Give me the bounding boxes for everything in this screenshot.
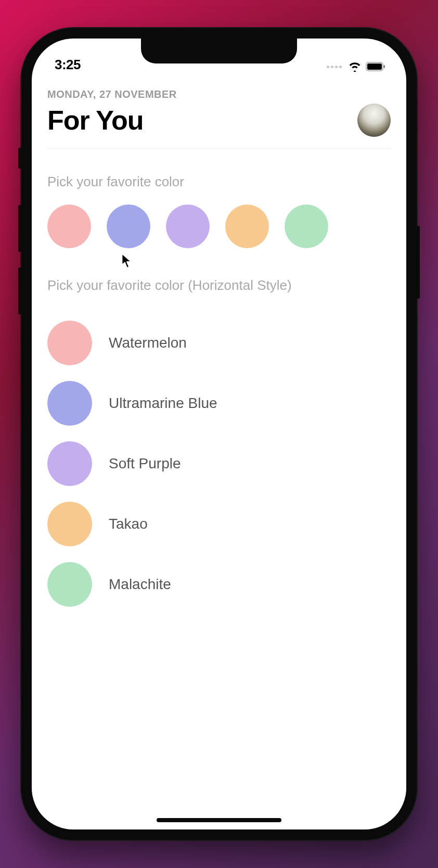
swatch-takao[interactable] (225, 205, 269, 248)
screen: 3:25 MON (32, 39, 406, 829)
status-icons (327, 61, 385, 73)
battery-icon (366, 62, 385, 71)
profile-avatar[interactable] (357, 104, 391, 137)
swatch-ultramarine-blue-lg (47, 381, 92, 426)
color-item-malachite[interactable]: Malachite (47, 562, 391, 607)
section1-label: Pick your favorite color (47, 174, 391, 190)
color-item-soft-purple[interactable]: Soft Purple (47, 441, 391, 486)
date-label: MONDAY, 27 NOVEMBER (47, 88, 391, 100)
section2-label: Pick your favorite color (Horizontal Sty… (47, 277, 391, 293)
svg-rect-1 (367, 63, 382, 70)
swatch-malachite[interactable] (285, 205, 328, 248)
page-title: For You (47, 105, 144, 136)
side-button-silence (18, 148, 21, 169)
swatch-malachite-lg (47, 562, 92, 607)
cellular-dots-icon (327, 66, 342, 68)
swatch-watermelon-lg (47, 321, 92, 365)
status-time: 3:25 (55, 57, 81, 73)
color-item-watermelon[interactable]: Watermelon (47, 321, 391, 365)
swatch-soft-purple-lg (47, 441, 92, 486)
swatch-soft-purple[interactable] (166, 205, 210, 248)
notch (141, 39, 297, 63)
content-area: MONDAY, 27 NOVEMBER For You Pick your fa… (32, 75, 406, 607)
color-item-ultramarine-blue[interactable]: Ultramarine Blue (47, 381, 391, 426)
swatch-watermelon[interactable] (47, 205, 91, 248)
side-button-power (417, 226, 420, 299)
color-list: Watermelon Ultramarine Blue Soft Purple … (47, 321, 391, 607)
swatch-ultramarine-blue[interactable] (107, 205, 150, 248)
wifi-icon (348, 61, 362, 72)
svg-rect-2 (384, 65, 385, 68)
color-name: Soft Purple (109, 455, 181, 472)
color-name: Ultramarine Blue (109, 395, 217, 412)
color-name: Takao (109, 516, 148, 532)
color-item-takao[interactable]: Takao (47, 502, 391, 546)
title-row: For You (47, 104, 391, 149)
device-frame: 3:25 MON (21, 28, 417, 840)
home-indicator[interactable] (157, 818, 281, 822)
side-button-volume-down (18, 267, 21, 314)
color-name: Watermelon (109, 335, 187, 351)
color-swatch-row (47, 205, 391, 248)
side-button-volume-up (18, 205, 21, 252)
swatch-takao-lg (47, 502, 92, 546)
color-name: Malachite (109, 576, 171, 593)
